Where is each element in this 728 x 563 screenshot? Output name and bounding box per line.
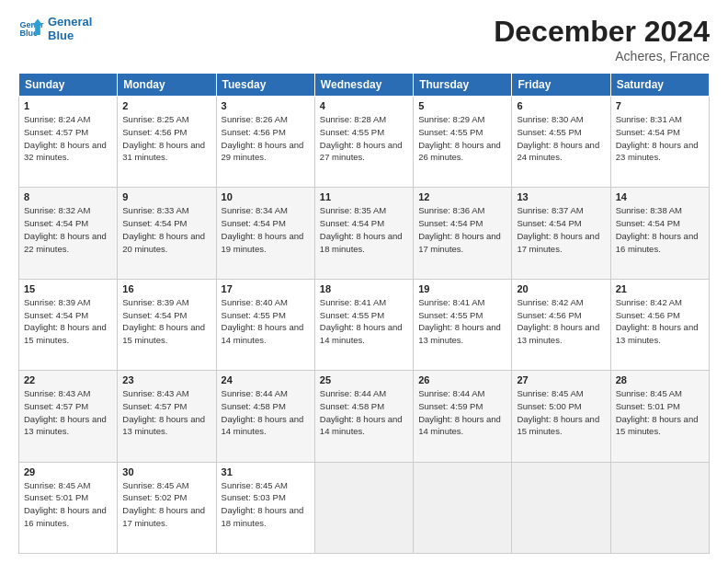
daylight-label: Daylight: 8 hours and 17 minutes. xyxy=(122,505,205,528)
daylight-label: Daylight: 8 hours and 27 minutes. xyxy=(320,140,403,163)
day-number: 14 xyxy=(616,191,704,202)
day-info: Sunrise: 8:30 AM Sunset: 4:55 PM Dayligh… xyxy=(517,113,605,164)
sunrise-label: Sunrise: 8:41 AM xyxy=(418,297,484,307)
sunset-label: Sunset: 4:54 PM xyxy=(222,218,286,228)
daylight-label: Daylight: 8 hours and 15 minutes. xyxy=(616,414,699,437)
day-info: Sunrise: 8:42 AM Sunset: 4:56 PM Dayligh… xyxy=(517,296,605,347)
daylight-label: Daylight: 8 hours and 14 minutes. xyxy=(320,414,403,437)
day-number: 9 xyxy=(122,191,210,202)
sunset-label: Sunset: 5:01 PM xyxy=(24,492,88,502)
daylight-label: Daylight: 8 hours and 20 minutes. xyxy=(122,231,205,254)
day-number: 12 xyxy=(418,191,506,202)
day-info: Sunrise: 8:28 AM Sunset: 4:55 PM Dayligh… xyxy=(320,113,408,164)
sunset-label: Sunset: 4:54 PM xyxy=(122,218,187,228)
sunrise-label: Sunrise: 8:44 AM xyxy=(222,388,288,398)
month-title: December 2024 xyxy=(494,15,710,49)
sunset-label: Sunset: 4:55 PM xyxy=(517,127,581,137)
sunset-label: Sunset: 5:03 PM xyxy=(222,492,286,502)
sunset-label: Sunset: 4:54 PM xyxy=(24,310,88,320)
day-info: Sunrise: 8:41 AM Sunset: 4:55 PM Dayligh… xyxy=(418,296,506,347)
sunrise-label: Sunrise: 8:33 AM xyxy=(122,205,188,215)
col-header-tuesday: Tuesday xyxy=(216,74,314,97)
day-cell: 18 Sunrise: 8:41 AM Sunset: 4:55 PM Dayl… xyxy=(314,279,413,370)
day-info: Sunrise: 8:42 AM Sunset: 4:56 PM Dayligh… xyxy=(616,296,704,347)
day-number: 6 xyxy=(517,100,605,111)
day-number: 21 xyxy=(616,283,704,294)
daylight-label: Daylight: 8 hours and 13 minutes. xyxy=(418,322,501,345)
day-number: 13 xyxy=(517,191,605,202)
daylight-label: Daylight: 8 hours and 19 minutes. xyxy=(222,231,304,254)
daylight-label: Daylight: 8 hours and 15 minutes. xyxy=(122,322,205,345)
logo-text-block: General Blue xyxy=(48,15,92,42)
sunrise-label: Sunrise: 8:35 AM xyxy=(320,205,386,215)
day-info: Sunrise: 8:40 AM Sunset: 4:55 PM Dayligh… xyxy=(222,296,310,347)
day-number: 25 xyxy=(320,374,408,385)
day-number: 15 xyxy=(24,283,112,294)
day-cell: 16 Sunrise: 8:39 AM Sunset: 4:54 PM Dayl… xyxy=(118,279,216,370)
sunrise-label: Sunrise: 8:29 AM xyxy=(418,114,484,124)
day-cell: 31 Sunrise: 8:45 AM Sunset: 5:03 PM Dayl… xyxy=(216,462,314,553)
day-info: Sunrise: 8:36 AM Sunset: 4:54 PM Dayligh… xyxy=(418,204,506,255)
daylight-label: Daylight: 8 hours and 32 minutes. xyxy=(24,140,107,163)
day-number: 22 xyxy=(24,374,112,385)
day-info: Sunrise: 8:37 AM Sunset: 4:54 PM Dayligh… xyxy=(517,204,605,255)
day-cell: 22 Sunrise: 8:43 AM Sunset: 4:57 PM Dayl… xyxy=(19,371,118,462)
sunrise-label: Sunrise: 8:43 AM xyxy=(24,388,90,398)
sunrise-label: Sunrise: 8:28 AM xyxy=(320,114,386,124)
day-info: Sunrise: 8:45 AM Sunset: 5:02 PM Dayligh… xyxy=(122,479,210,530)
week-row-5: 29 Sunrise: 8:45 AM Sunset: 5:01 PM Dayl… xyxy=(19,462,710,553)
day-info: Sunrise: 8:45 AM Sunset: 5:00 PM Dayligh… xyxy=(517,387,605,438)
daylight-label: Daylight: 8 hours and 23 minutes. xyxy=(616,140,699,163)
daylight-label: Daylight: 8 hours and 22 minutes. xyxy=(24,231,107,254)
logo-icon: General Blue xyxy=(18,16,44,41)
sunset-label: Sunset: 4:56 PM xyxy=(222,127,286,137)
daylight-label: Daylight: 8 hours and 29 minutes. xyxy=(222,140,304,163)
daylight-label: Daylight: 8 hours and 16 minutes. xyxy=(616,231,699,254)
day-number: 4 xyxy=(320,100,408,111)
sunset-label: Sunset: 4:54 PM xyxy=(616,218,680,228)
day-number: 27 xyxy=(517,374,605,385)
day-info: Sunrise: 8:35 AM Sunset: 4:54 PM Dayligh… xyxy=(320,204,408,255)
week-row-1: 1 Sunrise: 8:24 AM Sunset: 4:57 PM Dayli… xyxy=(19,97,710,188)
day-number: 30 xyxy=(122,466,210,477)
day-info: Sunrise: 8:44 AM Sunset: 4:59 PM Dayligh… xyxy=(418,387,506,438)
sunrise-label: Sunrise: 8:26 AM xyxy=(222,114,288,124)
day-number: 5 xyxy=(418,100,506,111)
day-cell: 11 Sunrise: 8:35 AM Sunset: 4:54 PM Dayl… xyxy=(314,188,413,279)
header: General Blue General Blue December 2024 … xyxy=(18,15,710,63)
sunset-label: Sunset: 4:55 PM xyxy=(320,310,384,320)
logo-line2: Blue xyxy=(48,29,92,42)
sunrise-label: Sunrise: 8:45 AM xyxy=(616,388,682,398)
day-cell: 17 Sunrise: 8:40 AM Sunset: 4:55 PM Dayl… xyxy=(216,279,314,370)
day-info: Sunrise: 8:43 AM Sunset: 4:57 PM Dayligh… xyxy=(122,387,210,438)
sunrise-label: Sunrise: 8:34 AM xyxy=(222,205,288,215)
sunrise-label: Sunrise: 8:45 AM xyxy=(122,480,188,490)
sunset-label: Sunset: 4:54 PM xyxy=(616,127,680,137)
logo-line1: General xyxy=(48,15,92,29)
day-cell: 14 Sunrise: 8:38 AM Sunset: 4:54 PM Dayl… xyxy=(610,188,709,279)
day-cell: 20 Sunrise: 8:42 AM Sunset: 4:56 PM Dayl… xyxy=(512,279,610,370)
day-number: 23 xyxy=(122,374,210,385)
day-cell: 24 Sunrise: 8:44 AM Sunset: 4:58 PM Dayl… xyxy=(216,371,314,462)
day-cell: 6 Sunrise: 8:30 AM Sunset: 4:55 PM Dayli… xyxy=(512,97,610,188)
calendar-table: SundayMondayTuesdayWednesdayThursdayFrid… xyxy=(18,73,710,554)
col-header-monday: Monday xyxy=(118,74,216,97)
day-info: Sunrise: 8:43 AM Sunset: 4:57 PM Dayligh… xyxy=(24,387,112,438)
day-cell: 4 Sunrise: 8:28 AM Sunset: 4:55 PM Dayli… xyxy=(314,97,413,188)
sunrise-label: Sunrise: 8:45 AM xyxy=(222,480,288,490)
page: General Blue General Blue December 2024 … xyxy=(0,0,728,563)
location: Acheres, France xyxy=(494,49,710,63)
day-cell xyxy=(512,462,610,553)
sunset-label: Sunset: 4:57 PM xyxy=(24,401,88,411)
sunset-label: Sunset: 4:57 PM xyxy=(122,401,187,411)
day-info: Sunrise: 8:33 AM Sunset: 4:54 PM Dayligh… xyxy=(122,204,210,255)
sunset-label: Sunset: 4:54 PM xyxy=(418,218,483,228)
sunrise-label: Sunrise: 8:42 AM xyxy=(517,297,583,307)
sunset-label: Sunset: 4:55 PM xyxy=(320,127,384,137)
daylight-label: Daylight: 8 hours and 14 minutes. xyxy=(320,322,403,345)
daylight-label: Daylight: 8 hours and 13 minutes. xyxy=(517,322,599,345)
sunrise-label: Sunrise: 8:40 AM xyxy=(222,297,288,307)
sunset-label: Sunset: 4:56 PM xyxy=(616,310,680,320)
day-cell xyxy=(414,462,512,553)
day-info: Sunrise: 8:31 AM Sunset: 4:54 PM Dayligh… xyxy=(616,113,704,164)
